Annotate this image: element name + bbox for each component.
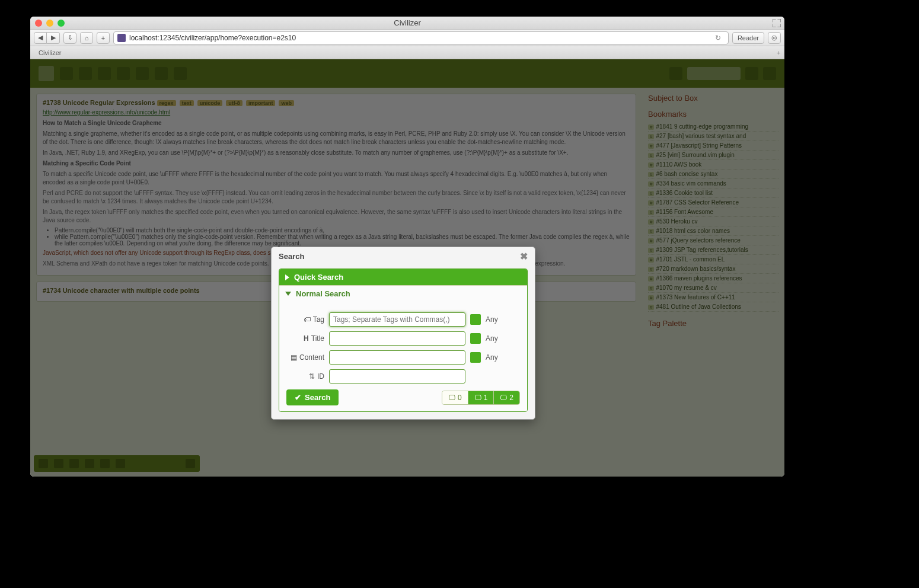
dialog-body: Quick Search Normal Search 🏷Tag Any [272, 265, 535, 419]
panel-selector: 🖵0 🖵1 🖵2 [442, 391, 520, 405]
content-any-checkbox[interactable] [470, 352, 481, 363]
id-label: ID [317, 372, 324, 381]
accordion-header-normal-search[interactable]: Normal Search [279, 285, 527, 302]
check-icon: ✔ [295, 393, 301, 402]
title-label: Title [311, 334, 324, 343]
chevron-right-icon [285, 274, 289, 280]
tag-icon: 🏷 [304, 315, 311, 324]
nav-buttons: ◀ ▶ [34, 32, 60, 44]
search-dialog: Search ✖ Quick Search Normal Search � [271, 247, 535, 420]
title-any-checkbox[interactable] [470, 333, 481, 344]
dialog-titlebar: Search ✖ [272, 247, 535, 265]
panel-option-2[interactable]: 🖵2 [493, 391, 519, 404]
panel-option-1[interactable]: 🖵1 [468, 391, 494, 404]
dialog-close-button[interactable]: ✖ [520, 251, 528, 262]
form-row-title: HTitle Any [286, 331, 520, 346]
reader-button[interactable]: Reader [732, 32, 764, 44]
tab-title[interactable]: Civilizer [39, 49, 62, 56]
reload-icon[interactable]: ↻ [715, 34, 725, 42]
any-label: Any [486, 315, 498, 324]
form-row-content: ▤Content Any [286, 350, 520, 365]
normal-search-panel: 🏷Tag Any HTitle Any ▤Content [279, 302, 527, 411]
search-button[interactable]: ✔ Search [286, 389, 339, 405]
any-label: Any [486, 353, 498, 362]
window-title: Civilizer [30, 18, 784, 27]
sidebar-button[interactable]: ⇩ [63, 32, 76, 44]
url-bar[interactable]: localhost:12345/civilizer/app/home?execu… [113, 31, 729, 44]
url-text: localhost:12345/civilizer/app/home?execu… [129, 34, 296, 42]
tag-any-checkbox[interactable] [470, 314, 481, 325]
search-button-label: Search [305, 393, 330, 402]
sort-icon: ⇅ [309, 372, 315, 381]
fullscreen-icon[interactable] [773, 19, 781, 27]
monitor-icon: 🖵 [474, 394, 481, 402]
new-tab-button[interactable]: + [773, 49, 784, 56]
home-button[interactable]: ⌂ [80, 32, 93, 44]
content-label: Content [299, 353, 324, 362]
browser-toolbar: ◀ ▶ ⇩ ⌂ + localhost:12345/civilizer/app/… [30, 30, 784, 46]
search-accordion: Quick Search Normal Search 🏷Tag Any [279, 269, 528, 412]
title-input[interactable] [329, 331, 465, 346]
document-icon: ▤ [291, 353, 297, 362]
chevron-down-icon [285, 292, 291, 296]
monitor-icon: 🖵 [448, 394, 455, 402]
panel-option-0[interactable]: 🖵0 [442, 391, 468, 404]
dialog-title: Search [279, 252, 304, 261]
titlebar: Civilizer [30, 17, 784, 30]
form-row-id: ⇅ID [286, 369, 520, 384]
monitor-icon: 🖵 [500, 394, 507, 402]
add-button[interactable]: + [97, 32, 110, 44]
any-label: Any [486, 334, 498, 343]
back-button[interactable]: ◀ [34, 32, 47, 44]
heading-icon: H [304, 334, 309, 343]
browser-window: Civilizer ◀ ▶ ⇩ ⌂ + localhost:12345/civi… [30, 17, 784, 477]
id-input[interactable] [329, 369, 465, 384]
tab-bar: Civilizer + [30, 46, 784, 59]
extensions-button[interactable]: ◎ [768, 32, 781, 44]
tag-label: Tag [313, 315, 324, 324]
form-row-tag: 🏷Tag Any [286, 312, 520, 327]
quick-search-label: Quick Search [294, 273, 343, 282]
accordion-header-quick-search[interactable]: Quick Search [279, 269, 527, 285]
page-content: #1738 Unicode Regular Expressions regex … [30, 59, 784, 477]
dialog-footer: ✔ Search 🖵0 🖵1 🖵2 [286, 389, 520, 405]
content-input[interactable] [329, 350, 465, 365]
normal-search-label: Normal Search [296, 289, 350, 298]
forward-button[interactable]: ▶ [47, 32, 60, 44]
favicon-icon [117, 34, 126, 42]
tag-input[interactable] [329, 312, 465, 327]
